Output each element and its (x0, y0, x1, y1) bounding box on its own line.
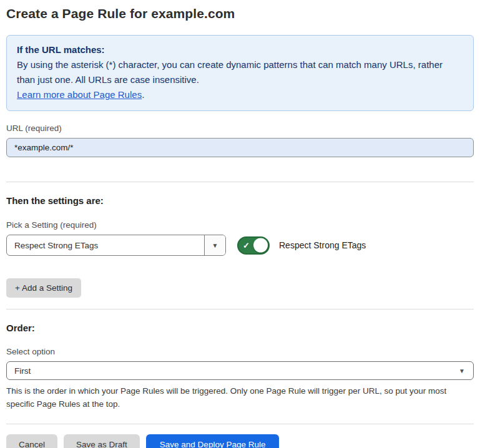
check-icon: ✓ (243, 241, 250, 250)
url-input[interactable] (6, 138, 474, 157)
cancel-button[interactable]: Cancel (6, 434, 57, 448)
setting-select-arrow-button[interactable]: ▼ (204, 235, 225, 255)
add-setting-button[interactable]: + Add a Setting (6, 278, 81, 298)
pick-setting-label: Pick a Setting (required) (6, 220, 474, 230)
settings-section-heading: Then the settings are: (6, 195, 474, 206)
order-section-heading: Order: (6, 323, 474, 333)
learn-more-link[interactable]: Learn more about Page Rules (17, 89, 142, 100)
chevron-down-icon: ▼ (212, 242, 218, 249)
respect-strong-etags-toggle[interactable]: ✓ (237, 236, 270, 255)
toggle-knob (253, 238, 268, 253)
setting-row: Respect Strong ETags ▼ ✓ Respect Strong … (6, 235, 474, 256)
order-select-label: Select option (6, 347, 474, 356)
url-field-label: URL (required) (6, 124, 474, 133)
setting-select-value: Respect Strong ETags (7, 235, 204, 255)
create-page-rule-form: Create a Page Rule for example.com If th… (0, 0, 480, 448)
save-and-deploy-button[interactable]: Save and Deploy Page Rule (146, 434, 280, 448)
url-matches-info-box: If the URL matches: By using the asteris… (6, 35, 474, 111)
footer-buttons: Cancel Save as Draft Save and Deploy Pag… (6, 434, 474, 448)
setting-select[interactable]: Respect Strong ETags ▼ (6, 235, 226, 256)
toggle-label: Respect Strong ETags (279, 240, 366, 250)
order-select[interactable]: First ▼ (6, 361, 474, 380)
info-box-body: By using the asterisk (*) character, you… (17, 57, 463, 87)
info-box-link-line: Learn more about Page Rules. (17, 87, 463, 102)
divider (6, 424, 474, 424)
order-select-value: First (14, 366, 31, 376)
chevron-down-icon: ▼ (459, 368, 465, 374)
info-box-heading: If the URL matches: (17, 42, 463, 57)
divider (6, 309, 474, 309)
save-as-draft-button[interactable]: Save as Draft (64, 434, 140, 448)
order-help-text: This is the order in which your Page Rul… (6, 384, 468, 411)
divider (6, 182, 474, 182)
page-title: Create a Page Rule for example.com (6, 6, 474, 21)
link-period: . (142, 89, 144, 100)
